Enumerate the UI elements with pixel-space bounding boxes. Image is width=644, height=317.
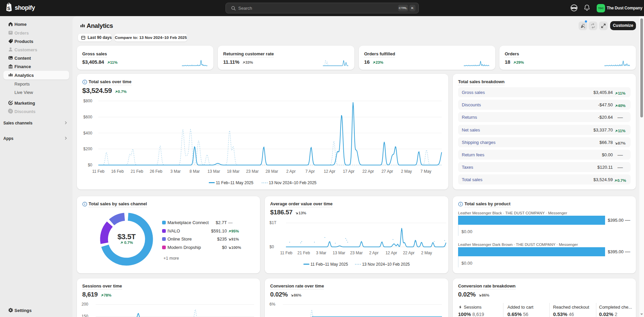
svg-text:S: S bbox=[7, 6, 10, 11]
